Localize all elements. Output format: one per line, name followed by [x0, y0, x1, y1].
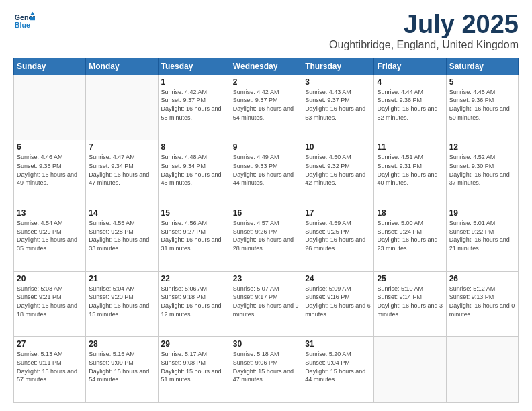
day-number: 3: [305, 77, 371, 87]
calendar-cell: 22Sunrise: 5:06 AM Sunset: 9:18 PM Dayli…: [158, 271, 230, 337]
day-number: 23: [233, 274, 299, 283]
calendar-cell: 19Sunrise: 5:01 AM Sunset: 9:22 PM Dayli…: [446, 206, 518, 272]
day-number: 5: [449, 77, 515, 87]
day-number: 12: [449, 142, 515, 152]
week-row-1: 1Sunrise: 4:42 AM Sunset: 9:37 PM Daylig…: [14, 75, 519, 140]
calendar-cell: [374, 337, 446, 403]
day-number: 25: [377, 274, 443, 283]
calendar-cell: 6Sunrise: 4:46 AM Sunset: 9:35 PM Daylig…: [14, 140, 86, 206]
day-number: 31: [305, 339, 371, 349]
calendar-cell: 12Sunrise: 4:52 AM Sunset: 9:30 PM Dayli…: [446, 140, 518, 206]
day-number: 20: [17, 274, 83, 283]
day-number: 17: [305, 208, 371, 218]
calendar-cell: 23Sunrise: 5:07 AM Sunset: 9:17 PM Dayli…: [230, 271, 302, 337]
day-info: Sunrise: 5:13 AM Sunset: 9:11 PM Dayligh…: [17, 350, 83, 383]
week-row-2: 6Sunrise: 4:46 AM Sunset: 9:35 PM Daylig…: [14, 140, 519, 206]
col-friday: Friday: [374, 58, 446, 75]
calendar-cell: 24Sunrise: 5:09 AM Sunset: 9:16 PM Dayli…: [302, 271, 374, 337]
calendar-cell: 14Sunrise: 4:55 AM Sunset: 9:28 PM Dayli…: [86, 206, 158, 272]
calendar-cell: 11Sunrise: 4:51 AM Sunset: 9:31 PM Dayli…: [374, 140, 446, 206]
day-info: Sunrise: 5:12 AM Sunset: 9:13 PM Dayligh…: [449, 285, 515, 318]
day-info: Sunrise: 5:04 AM Sunset: 9:20 PM Dayligh…: [89, 285, 154, 318]
day-number: 24: [305, 274, 371, 283]
day-info: Sunrise: 5:03 AM Sunset: 9:21 PM Dayligh…: [17, 285, 83, 318]
calendar-cell: 4Sunrise: 4:44 AM Sunset: 9:36 PM Daylig…: [374, 75, 446, 140]
day-number: 26: [449, 274, 515, 283]
col-sunday: Sunday: [14, 58, 86, 75]
day-number: 21: [89, 274, 154, 283]
day-number: 4: [377, 77, 443, 87]
day-number: 6: [17, 142, 83, 152]
calendar-cell: [446, 337, 518, 403]
calendar-cell: 2Sunrise: 4:42 AM Sunset: 9:37 PM Daylig…: [230, 75, 302, 140]
day-info: Sunrise: 5:06 AM Sunset: 9:18 PM Dayligh…: [161, 285, 227, 318]
calendar-cell: 21Sunrise: 5:04 AM Sunset: 9:20 PM Dayli…: [86, 271, 158, 337]
calendar-cell: 30Sunrise: 5:18 AM Sunset: 9:06 PM Dayli…: [230, 337, 302, 403]
calendar-cell: 5Sunrise: 4:45 AM Sunset: 9:36 PM Daylig…: [446, 75, 518, 140]
day-number: 10: [305, 142, 371, 152]
calendar-cell: 13Sunrise: 4:54 AM Sunset: 9:29 PM Dayli…: [14, 206, 86, 272]
day-number: 18: [377, 208, 443, 218]
header-row: Sunday Monday Tuesday Wednesday Thursday…: [14, 58, 519, 75]
day-info: Sunrise: 4:55 AM Sunset: 9:28 PM Dayligh…: [89, 219, 154, 253]
day-number: 27: [17, 339, 83, 349]
title-block: July 2025 Oughtibridge, England, United …: [329, 11, 519, 51]
calendar-cell: [86, 75, 158, 140]
day-info: Sunrise: 4:56 AM Sunset: 9:27 PM Dayligh…: [161, 219, 227, 253]
day-number: 7: [89, 142, 154, 152]
calendar-cell: 8Sunrise: 4:48 AM Sunset: 9:34 PM Daylig…: [158, 140, 230, 206]
day-info: Sunrise: 4:42 AM Sunset: 9:37 PM Dayligh…: [161, 88, 227, 122]
day-info: Sunrise: 4:50 AM Sunset: 9:32 PM Dayligh…: [305, 153, 371, 187]
day-info: Sunrise: 4:47 AM Sunset: 9:34 PM Dayligh…: [89, 153, 154, 187]
day-info: Sunrise: 4:52 AM Sunset: 9:30 PM Dayligh…: [449, 153, 515, 187]
day-number: 16: [233, 208, 299, 218]
day-number: 13: [17, 208, 83, 218]
day-number: 28: [89, 339, 154, 349]
calendar-cell: 26Sunrise: 5:12 AM Sunset: 9:13 PM Dayli…: [446, 271, 518, 337]
calendar-cell: 15Sunrise: 4:56 AM Sunset: 9:27 PM Dayli…: [158, 206, 230, 272]
month-title: July 2025: [329, 11, 519, 39]
svg-marker-3: [30, 17, 35, 20]
svg-text:Blue: Blue: [15, 21, 30, 29]
day-info: Sunrise: 5:07 AM Sunset: 9:17 PM Dayligh…: [233, 285, 299, 318]
calendar-cell: 17Sunrise: 4:59 AM Sunset: 9:25 PM Dayli…: [302, 206, 374, 272]
week-row-3: 13Sunrise: 4:54 AM Sunset: 9:29 PM Dayli…: [14, 206, 519, 272]
week-row-5: 27Sunrise: 5:13 AM Sunset: 9:11 PM Dayli…: [14, 337, 519, 403]
logo: General Blue: [13, 11, 35, 32]
day-info: Sunrise: 4:59 AM Sunset: 9:25 PM Dayligh…: [305, 219, 371, 253]
day-info: Sunrise: 5:20 AM Sunset: 9:04 PM Dayligh…: [305, 350, 371, 383]
day-info: Sunrise: 5:10 AM Sunset: 9:14 PM Dayligh…: [377, 285, 443, 318]
day-info: Sunrise: 4:49 AM Sunset: 9:33 PM Dayligh…: [233, 153, 299, 187]
location-title: Oughtibridge, England, United Kingdom: [329, 39, 519, 51]
col-saturday: Saturday: [446, 58, 518, 75]
day-number: 19: [449, 208, 515, 218]
calendar-cell: 27Sunrise: 5:13 AM Sunset: 9:11 PM Dayli…: [14, 337, 86, 403]
day-info: Sunrise: 4:46 AM Sunset: 9:35 PM Dayligh…: [17, 153, 83, 187]
col-tuesday: Tuesday: [158, 58, 230, 75]
day-info: Sunrise: 5:00 AM Sunset: 9:24 PM Dayligh…: [377, 219, 443, 253]
day-info: Sunrise: 4:42 AM Sunset: 9:37 PM Dayligh…: [233, 88, 299, 122]
calendar-cell: 20Sunrise: 5:03 AM Sunset: 9:21 PM Dayli…: [14, 271, 86, 337]
col-wednesday: Wednesday: [230, 58, 302, 75]
week-row-4: 20Sunrise: 5:03 AM Sunset: 9:21 PM Dayli…: [14, 271, 519, 337]
day-info: Sunrise: 5:01 AM Sunset: 9:22 PM Dayligh…: [449, 219, 515, 253]
col-thursday: Thursday: [302, 58, 374, 75]
day-info: Sunrise: 4:45 AM Sunset: 9:36 PM Dayligh…: [449, 88, 515, 122]
day-info: Sunrise: 4:48 AM Sunset: 9:34 PM Dayligh…: [161, 153, 227, 187]
day-info: Sunrise: 5:15 AM Sunset: 9:09 PM Dayligh…: [89, 350, 154, 383]
calendar-table: Sunday Monday Tuesday Wednesday Thursday…: [13, 58, 519, 403]
day-number: 14: [89, 208, 154, 218]
day-number: 22: [161, 274, 227, 283]
day-info: Sunrise: 4:43 AM Sunset: 9:37 PM Dayligh…: [305, 88, 371, 122]
calendar-cell: 29Sunrise: 5:17 AM Sunset: 9:08 PM Dayli…: [158, 337, 230, 403]
calendar-cell: 31Sunrise: 5:20 AM Sunset: 9:04 PM Dayli…: [302, 337, 374, 403]
calendar-cell: 10Sunrise: 4:50 AM Sunset: 9:32 PM Dayli…: [302, 140, 374, 206]
col-monday: Monday: [86, 58, 158, 75]
day-number: 30: [233, 339, 299, 349]
calendar-cell: 28Sunrise: 5:15 AM Sunset: 9:09 PM Dayli…: [86, 337, 158, 403]
calendar-cell: [14, 75, 86, 140]
calendar-cell: 18Sunrise: 5:00 AM Sunset: 9:24 PM Dayli…: [374, 206, 446, 272]
day-number: 2: [233, 77, 299, 87]
day-info: Sunrise: 5:18 AM Sunset: 9:06 PM Dayligh…: [233, 350, 299, 383]
day-info: Sunrise: 4:57 AM Sunset: 9:26 PM Dayligh…: [233, 219, 299, 253]
